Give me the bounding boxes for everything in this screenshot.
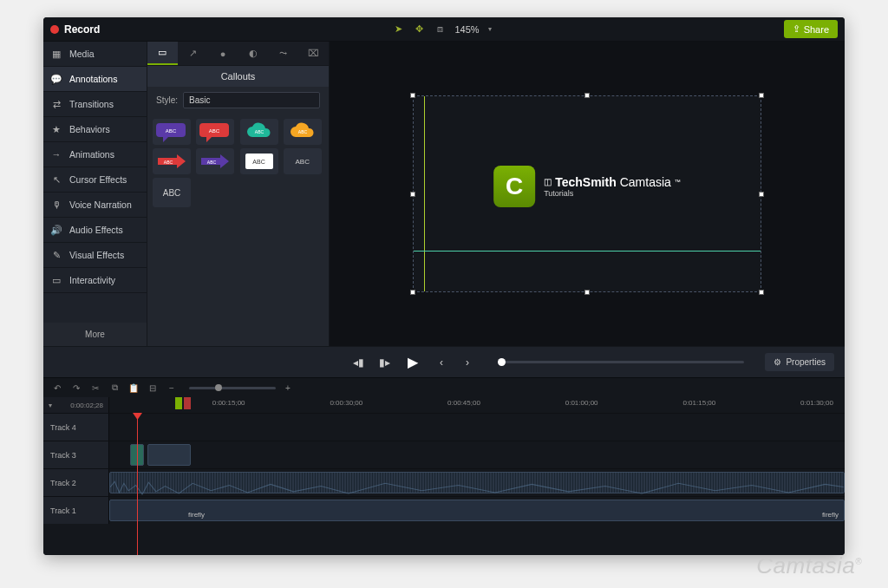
annotations-icon: 💬: [50, 73, 62, 85]
app-window: Record ➤ ✥ ⧈ 145% ▾ ⇪ Share ▦Media 💬Anno…: [43, 17, 845, 555]
step-forward-button[interactable]: ›: [458, 353, 477, 372]
track-content-2[interactable]: [109, 469, 845, 496]
tab-blur-icon[interactable]: ◐: [238, 42, 268, 65]
copy-icon[interactable]: ⧉: [108, 381, 121, 395]
sidebar-item-cursor-effects[interactable]: ↖Cursor Effects: [43, 167, 147, 193]
crop-icon[interactable]: ⧈: [434, 23, 446, 36]
canvas-frame[interactable]: C ◫TechSmith Camtasia™ Tutorials: [414, 96, 761, 291]
vertical-guide: [424, 96, 425, 291]
track-content-4[interactable]: [109, 414, 845, 441]
resize-handle-tr[interactable]: [759, 93, 764, 98]
track-label[interactable]: Track 3: [43, 441, 109, 468]
share-label: Share: [804, 24, 829, 35]
clip-label-left: firefly: [188, 511, 205, 519]
track-label[interactable]: Track 4: [43, 414, 109, 441]
cut-icon[interactable]: ✂: [88, 381, 102, 395]
redo-icon[interactable]: ↷: [69, 381, 83, 395]
svg-text:ABC: ABC: [209, 128, 220, 134]
properties-button[interactable]: ⚙ Properties: [765, 353, 834, 371]
behaviors-icon: ★: [50, 123, 62, 135]
resize-handle-br[interactable]: [759, 290, 764, 295]
resize-handle-bl[interactable]: [410, 290, 415, 295]
timeline-zoom-slider[interactable]: [189, 387, 276, 389]
ruler-tick: 0:00:15;00: [212, 399, 245, 407]
sidebar-item-interactivity[interactable]: ▭Interactivity: [43, 268, 147, 293]
zoom-dropdown-icon[interactable]: ▾: [488, 25, 492, 33]
sidebar-item-voice-narration[interactable]: 🎙Voice Narration: [43, 193, 147, 218]
sidebar-more-button[interactable]: More: [43, 323, 147, 346]
style-select[interactable]: Basic: [183, 92, 320, 108]
zoom-in-icon[interactable]: +: [281, 381, 295, 395]
track-2: Track 2: [43, 468, 845, 496]
sidebar-item-annotations[interactable]: 💬Annotations: [43, 67, 147, 92]
callout-box-white[interactable]: ABC: [240, 148, 278, 174]
share-icon: ⇪: [793, 23, 800, 35]
tab-motion-icon[interactable]: ⤳: [268, 42, 298, 65]
resize-handle-ml[interactable]: [410, 192, 415, 197]
timeline-ruler[interactable]: 0:00:15;00 0:00:30;00 0:00:45;00 0:01:00…: [109, 397, 845, 413]
callout-cloud-teal[interactable]: ABC: [240, 119, 278, 145]
track-label[interactable]: Track 2: [43, 469, 109, 496]
undo-icon[interactable]: ↶: [50, 381, 64, 395]
ruler-tick: 0:01:15;00: [682, 399, 715, 407]
sidebar-item-transitions[interactable]: ⇄Transitions: [43, 92, 147, 117]
playhead[interactable]: [137, 413, 138, 555]
next-frame-button[interactable]: ▮▸: [375, 353, 394, 372]
callout-speech-purple[interactable]: ABC: [153, 119, 191, 145]
marker-green[interactable]: [175, 397, 182, 409]
record-label: Record: [64, 23, 100, 36]
tab-keystroke-icon[interactable]: ⌧: [298, 42, 329, 65]
sidebar-item-visual-effects[interactable]: ✎Visual Effects: [43, 243, 147, 268]
callout-speech-red[interactable]: ABC: [196, 119, 234, 145]
audio-clip-full[interactable]: [109, 472, 845, 493]
zoom-out-icon[interactable]: −: [165, 381, 179, 395]
callout-text-plain[interactable]: ABC: [284, 148, 322, 174]
callout-arrow-purple[interactable]: ABC: [196, 148, 234, 174]
canvas-area[interactable]: C ◫TechSmith Camtasia™ Tutorials: [330, 42, 845, 346]
style-row: Style: Basic: [147, 87, 329, 114]
paste-icon[interactable]: 📋: [127, 381, 140, 395]
tab-arrows-icon[interactable]: ↗: [178, 42, 208, 65]
share-button[interactable]: ⇪ Share: [784, 20, 838, 38]
video-clip-full[interactable]: firefly firefly: [109, 500, 845, 521]
resize-handle-bm[interactable]: [584, 290, 590, 295]
brand-subtitle: Tutorials: [544, 189, 681, 198]
track-4: Track 4: [43, 413, 845, 441]
pointer-icon[interactable]: ➤: [392, 23, 404, 36]
play-button[interactable]: ▶: [401, 350, 425, 375]
tab-shapes-icon[interactable]: ●: [208, 42, 238, 65]
step-back-button[interactable]: ‹: [432, 353, 451, 372]
sidebar-item-label: Media: [69, 49, 95, 59]
resize-handle-tl[interactable]: [410, 93, 415, 98]
brand-main: TechSmith: [555, 175, 617, 189]
sidebar-item-behaviors[interactable]: ★Behaviors: [43, 117, 147, 142]
progress-thumb[interactable]: [498, 358, 506, 366]
playback-bar: ◂▮ ▮▸ ▶ ‹ › ⚙ Properties: [43, 346, 845, 377]
record-button[interactable]: Record: [50, 23, 100, 36]
timeline-ruler-row: ▾ 0:00:02;28 0:00:15;00 0:00:30;00 0:00:…: [43, 397, 845, 413]
resize-handle-tm[interactable]: [584, 93, 590, 98]
ruler-tick: 0:00:45;00: [447, 399, 480, 407]
clip-annotation[interactable]: [147, 444, 191, 466]
playback-progress[interactable]: [498, 361, 744, 363]
tab-callouts-icon[interactable]: ▭: [147, 42, 178, 65]
sidebar-item-media[interactable]: ▦Media: [43, 42, 147, 67]
resize-handle-mr[interactable]: [759, 192, 764, 197]
callout-cloud-orange[interactable]: ABC: [284, 119, 322, 145]
callout-arrow-red[interactable]: ABC: [153, 148, 191, 174]
prev-frame-button[interactable]: ◂▮: [349, 353, 368, 372]
zoom-level[interactable]: 145%: [454, 24, 479, 35]
style-label: Style:: [156, 95, 178, 105]
track-content-3[interactable]: [109, 441, 845, 468]
annotation-tabs: ▭ ↗ ● ◐ ⤳ ⌧: [147, 42, 329, 66]
svg-text:ABC: ABC: [207, 160, 217, 165]
callout-text-large[interactable]: ABC: [153, 178, 191, 207]
sidebar-item-animations[interactable]: →Animations: [43, 142, 147, 167]
marker-red[interactable]: [184, 397, 191, 409]
hand-icon[interactable]: ✥: [413, 23, 425, 36]
split-icon[interactable]: ⊟: [146, 381, 160, 395]
track-label[interactable]: Track 1: [43, 497, 109, 524]
sidebar-item-audio-effects[interactable]: 🔊Audio Effects: [43, 218, 147, 243]
track-content-1[interactable]: firefly firefly: [109, 497, 845, 524]
expand-down-icon[interactable]: ▾: [49, 402, 52, 409]
